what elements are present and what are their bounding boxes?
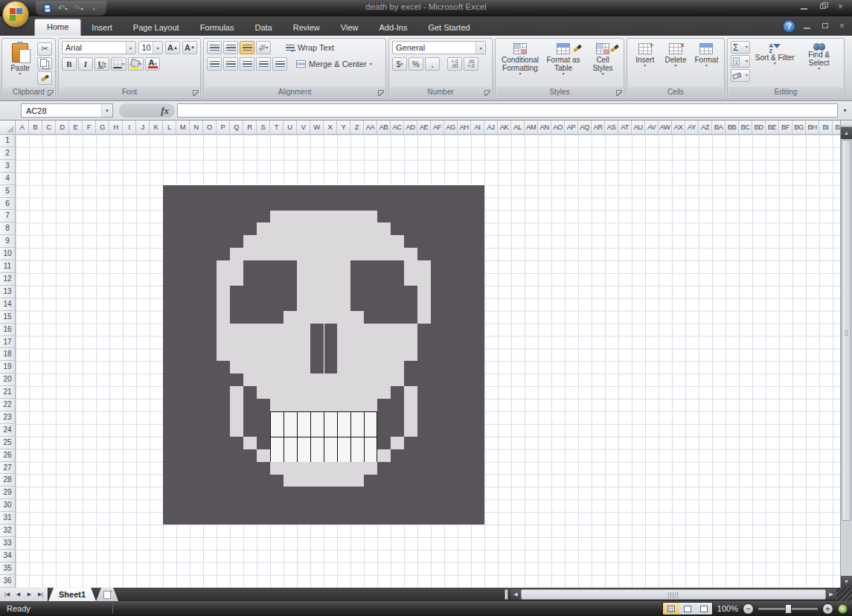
row-header-19[interactable]: 19	[0, 361, 15, 373]
normal-view-button[interactable]	[663, 603, 679, 615]
col-header-AR[interactable]: AR	[592, 121, 605, 134]
tab-page-layout[interactable]: Page Layout	[123, 19, 190, 36]
font-dialog-launcher[interactable]	[193, 90, 199, 96]
workbook-restore-button[interactable]	[820, 22, 831, 31]
underline-button[interactable]: U▾	[95, 57, 109, 71]
tab-view[interactable]: View	[330, 19, 369, 36]
styles-dialog-launcher[interactable]	[616, 90, 622, 96]
insert-cells-button[interactable]: + Insert ▾	[630, 41, 659, 85]
col-header-Q[interactable]: Q	[230, 121, 243, 134]
col-header-AW[interactable]: AW	[659, 121, 672, 134]
formula-input[interactable]	[177, 103, 838, 118]
row-header-3[interactable]: 3	[0, 160, 15, 173]
fill-color-button[interactable]: ▾	[128, 57, 144, 71]
grow-font-button[interactable]: A▲	[165, 41, 180, 54]
col-header-BH[interactable]: BH	[806, 121, 819, 134]
merge-center-button[interactable]: Merge & Center ▾	[293, 57, 375, 71]
vertical-scroll-thumb[interactable]	[842, 140, 851, 521]
col-header-V[interactable]: V	[297, 121, 310, 134]
row-header-11[interactable]: 11	[0, 260, 15, 273]
tab-add-ins[interactable]: Add-Ins	[368, 19, 417, 36]
zoom-out-button[interactable]: −	[743, 603, 754, 615]
copy-button[interactable]	[37, 57, 52, 71]
col-header-AV[interactable]: AV	[645, 121, 659, 134]
col-header-AP[interactable]: AP	[565, 121, 578, 134]
shrink-font-button[interactable]: A▼	[182, 41, 197, 54]
minimize-button[interactable]	[799, 2, 810, 11]
col-header-BF[interactable]: BF	[779, 121, 792, 134]
row-header-31[interactable]: 31	[0, 512, 15, 524]
font-size-select[interactable]: 10 ▾	[138, 41, 164, 54]
restore-button[interactable]	[818, 2, 829, 11]
bold-button[interactable]: B	[62, 57, 77, 71]
conditional-formatting-button[interactable]: Conditional Formatting ▾	[499, 41, 542, 85]
row-header-12[interactable]: 12	[0, 273, 15, 286]
first-sheet-button[interactable]: |◀	[2, 590, 12, 600]
row-header-5[interactable]: 5	[0, 185, 15, 198]
clipboard-dialog-launcher[interactable]	[48, 90, 54, 96]
col-header-AD[interactable]: AD	[404, 121, 417, 134]
font-color-button[interactable]: A▾	[145, 57, 160, 71]
autosum-button[interactable]: Σ▾	[731, 41, 750, 54]
orientation-button[interactable]: ab▾	[256, 41, 271, 54]
col-header-AY[interactable]: AY	[685, 121, 699, 134]
col-header-AX[interactable]: AX	[672, 121, 685, 134]
split-handle[interactable]	[841, 121, 852, 127]
wrap-text-button[interactable]: Wrap Text	[283, 41, 337, 54]
col-header-BG[interactable]: BG	[792, 121, 806, 134]
scroll-down-button[interactable]: ▼	[841, 576, 852, 588]
row-header-21[interactable]: 21	[0, 386, 15, 399]
col-header-AZ[interactable]: AZ	[699, 121, 712, 134]
delete-cells-button[interactable]: × Delete ▾	[661, 41, 690, 85]
col-header-N[interactable]: N	[190, 121, 203, 134]
prev-sheet-button[interactable]: ◀	[13, 590, 23, 600]
row-header-13[interactable]: 13	[0, 286, 15, 298]
percent-button[interactable]: %	[409, 57, 423, 71]
col-header-W[interactable]: W	[310, 121, 324, 134]
col-header-AU[interactable]: AU	[632, 121, 645, 134]
format-painter-button[interactable]	[37, 71, 52, 85]
col-header-A[interactable]: A	[16, 121, 29, 134]
increase-decimal-button[interactable]: +.0.00	[447, 57, 462, 71]
col-header-AN[interactable]: AN	[538, 121, 551, 134]
row-header-25[interactable]: 25	[0, 437, 15, 449]
row-header-16[interactable]: 16	[0, 324, 15, 336]
col-header-AJ[interactable]: AJ	[484, 121, 498, 134]
horizontal-scroll-thumb[interactable]	[521, 589, 826, 600]
col-header-B[interactable]: B	[29, 121, 42, 134]
next-sheet-button[interactable]: ▶	[25, 590, 34, 600]
row-header-29[interactable]: 29	[0, 487, 15, 499]
format-cells-button[interactable]: Format ▾	[692, 41, 721, 85]
row-header-32[interactable]: 32	[0, 524, 15, 537]
page-layout-view-button[interactable]	[679, 603, 696, 615]
align-right-button[interactable]	[240, 57, 254, 71]
col-header-AH[interactable]: AH	[458, 121, 471, 134]
tab-insert[interactable]: Insert	[81, 19, 123, 36]
row-header-10[interactable]: 10	[0, 248, 15, 260]
paste-button[interactable]: Paste ▾	[5, 41, 35, 87]
col-header-J[interactable]: J	[136, 121, 150, 134]
col-header-AG[interactable]: AG	[444, 121, 458, 134]
col-header-X[interactable]: X	[324, 121, 337, 134]
row-header-9[interactable]: 9	[0, 235, 15, 248]
office-button[interactable]	[2, 1, 29, 28]
col-header-P[interactable]: P	[217, 121, 230, 134]
formula-bar-expand-button[interactable]: ▼	[839, 105, 851, 116]
col-header-BI[interactable]: BI	[819, 121, 833, 134]
find-select-button[interactable]: Find & Select ▾	[797, 41, 841, 85]
last-sheet-button[interactable]: ▶|	[36, 590, 45, 600]
top-align-button[interactable]	[207, 41, 222, 54]
col-header-AF[interactable]: AF	[431, 121, 444, 134]
select-all-corner[interactable]	[0, 121, 16, 135]
col-header-BA[interactable]: BA	[712, 121, 726, 134]
row-header-8[interactable]: 8	[0, 222, 15, 235]
tab-formulas[interactable]: Formulas	[190, 19, 245, 36]
row-header-7[interactable]: 7	[0, 210, 15, 222]
row-header-23[interactable]: 23	[0, 411, 15, 424]
col-header-M[interactable]: M	[176, 121, 190, 134]
zoom-in-button[interactable]: +	[822, 603, 833, 615]
align-left-button[interactable]	[207, 57, 222, 71]
col-header-L[interactable]: L	[163, 121, 176, 134]
row-header-30[interactable]: 30	[0, 499, 15, 512]
sheet-tab-sheet1[interactable]: Sheet1	[48, 588, 96, 601]
